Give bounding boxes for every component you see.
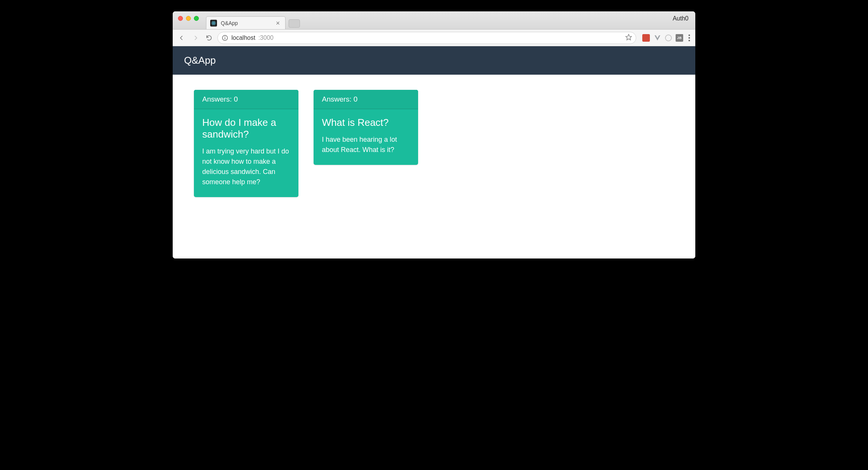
svg-marker-7: [626, 34, 632, 40]
site-info-icon[interactable]: [222, 34, 228, 41]
app-navbar: Q&App: [173, 46, 695, 75]
card-description: I am trying very hard but I do not know …: [202, 146, 290, 187]
tab-strip: Q&App ×: [206, 11, 300, 29]
close-tab-button[interactable]: ×: [275, 20, 281, 27]
jetbrains-extension-icon[interactable]: JB: [676, 34, 683, 42]
close-window-button[interactable]: [178, 16, 183, 21]
card-grid: Answers: 0 How do I make a sandwich? I a…: [173, 75, 695, 220]
card-answers-count: Answers: 0: [194, 90, 298, 109]
extension-icons: JB: [642, 34, 692, 42]
menu-bar-app-label: Auth0: [673, 15, 688, 22]
back-button[interactable]: [176, 33, 187, 43]
tab-title: Q&App: [221, 20, 271, 26]
extension-icon-3[interactable]: [665, 34, 672, 41]
minimize-window-button[interactable]: [186, 16, 191, 21]
window-controls: [178, 16, 199, 21]
url-host: localhost: [231, 34, 255, 41]
bookmark-star-icon[interactable]: [625, 34, 632, 42]
new-tab-button[interactable]: [289, 19, 300, 28]
extension-icon-1[interactable]: [642, 34, 650, 42]
svg-point-6: [225, 36, 225, 37]
browser-window: Auth0 Q&App ×: [173, 11, 695, 258]
browser-menu-button[interactable]: [687, 34, 692, 41]
maximize-window-button[interactable]: [194, 16, 199, 21]
address-bar[interactable]: localhost:3000: [217, 32, 636, 44]
svg-point-3: [213, 23, 214, 24]
forward-button[interactable]: [190, 33, 201, 43]
browser-toolbar: localhost:3000 JB: [173, 30, 695, 46]
url-rest: :3000: [258, 34, 273, 41]
card-title: How do I make a sandwich?: [202, 117, 290, 140]
page-viewport: Q&App Answers: 0 How do I make a sandwic…: [173, 46, 695, 258]
titlebar: Auth0 Q&App ×: [173, 11, 695, 30]
browser-tab-active[interactable]: Q&App ×: [206, 16, 286, 29]
vue-devtools-icon[interactable]: [654, 34, 661, 42]
question-card[interactable]: Answers: 0 How do I make a sandwich? I a…: [194, 90, 298, 197]
react-icon: [210, 20, 217, 27]
card-answers-count: Answers: 0: [314, 90, 418, 109]
app-brand[interactable]: Q&App: [184, 55, 216, 66]
card-description: I have been hearing a lot about React. W…: [322, 135, 410, 155]
card-title: What is React?: [322, 117, 410, 128]
reload-button[interactable]: [204, 33, 214, 43]
question-card[interactable]: Answers: 0 What is React? I have been he…: [314, 90, 418, 165]
